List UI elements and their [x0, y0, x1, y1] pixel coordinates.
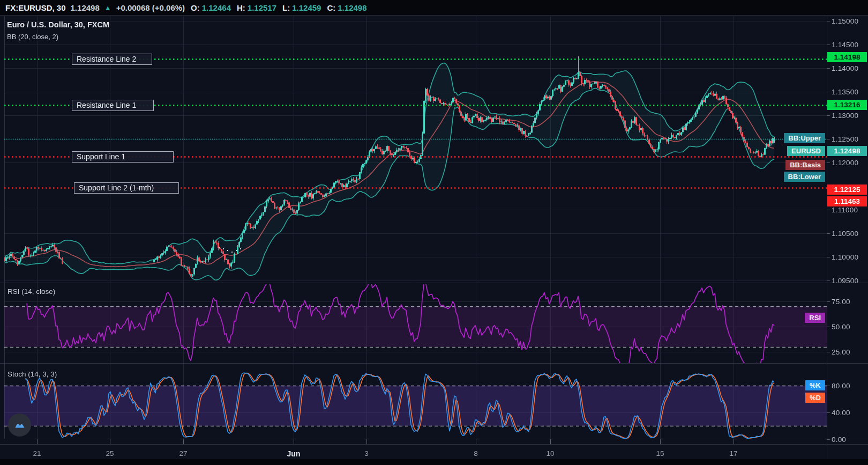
- bb-upper-badge: BB:Upper: [784, 133, 825, 143]
- low-value: 1.12459: [292, 3, 321, 12]
- rsi-tick-label: 50.00: [832, 323, 850, 331]
- rsi-pane-legend[interactable]: RSI (14, close): [8, 287, 55, 296]
- price-tick-label: 1.14000: [832, 64, 858, 72]
- time-axis-scale[interactable]: [0, 444, 827, 460]
- chart-window: FX:EURUSD, 30 1.12498 ▲ +0.00068 (+0.06%…: [0, 0, 868, 465]
- price-tick-label: 1.11000: [832, 206, 858, 214]
- watermark-logo-button[interactable]: [8, 414, 31, 437]
- support-line-1-label[interactable]: Support Line 1: [72, 151, 174, 163]
- price-tick-label: 1.10000: [832, 253, 858, 261]
- resistance-line-1-label[interactable]: Resistance Line 1: [72, 100, 154, 111]
- stoch-tick-label: 80.00: [832, 382, 850, 390]
- close-value: 1.12498: [338, 3, 366, 12]
- main-pane-legend: Euro / U.S. Dollar, 30, FXCM BB (20, clo…: [7, 20, 109, 41]
- last-price: 1.12498: [71, 3, 100, 12]
- low-label: L:: [282, 3, 290, 12]
- stoch-d-badge: %D: [805, 393, 825, 403]
- eurusd-price-label-badge: EURUSD: [787, 146, 825, 156]
- symbol-info-bar: FX:EURUSD, 30 1.12498 ▲ +0.00068 (+0.06%…: [0, 0, 868, 16]
- rsi-tick-label: 75.00: [832, 298, 850, 306]
- time-tick-label: 8: [474, 449, 478, 457]
- price-tick-label: 1.13000: [832, 112, 858, 120]
- high-value: 1.12517: [248, 3, 276, 12]
- time-tick-label: 25: [106, 449, 114, 457]
- mountain-chart-icon: [13, 419, 26, 432]
- stoch-pane-legend[interactable]: Stoch (14, 3, 3): [8, 370, 57, 378]
- time-tick-label: 15: [656, 449, 664, 457]
- support-line-2-label[interactable]: Support Line 2 (1-mth): [74, 182, 179, 194]
- price-tick-label: 1.13500: [832, 88, 858, 96]
- price-tick-label: 1.12500: [832, 135, 858, 143]
- resistance-2-price-badge: 1.14198: [827, 52, 867, 62]
- stoch-k-badge: %K: [805, 380, 825, 390]
- stoch-tick-label: 0.00: [832, 436, 846, 444]
- high-label: H:: [237, 3, 245, 12]
- time-tick-label: Jun: [287, 449, 301, 458]
- time-tick-label: 10: [546, 449, 554, 457]
- support-1-price-badge: 1.12125: [827, 184, 867, 195]
- time-tick-label: 27: [179, 449, 187, 457]
- symbol-legend[interactable]: Euro / U.S. Dollar, 30, FXCM: [7, 20, 109, 29]
- rsi-tick-label: 25.00: [832, 348, 850, 356]
- price-tick-label: 1.09500: [832, 277, 858, 285]
- symbol-name[interactable]: FX:EURUSD, 30: [5, 3, 66, 12]
- price-tick-label: 1.12000: [832, 159, 858, 167]
- up-arrow-icon: ▲: [104, 4, 111, 12]
- bb-basis-badge: BB:Basis: [785, 160, 825, 170]
- bb-indicator-legend[interactable]: BB (20, close, 2): [7, 33, 109, 41]
- time-tick-label: 17: [729, 449, 737, 457]
- open-label: O:: [191, 3, 200, 12]
- close-label: C:: [327, 3, 335, 12]
- time-tick-label: 3: [364, 449, 369, 457]
- price-tick-label: 1.14500: [832, 41, 858, 49]
- open-value: 1.12464: [202, 3, 231, 12]
- price-tick-label: 1.10500: [832, 230, 858, 238]
- chart-canvas[interactable]: [0, 0, 868, 465]
- bb-lower-badge: BB:Lower: [784, 172, 825, 182]
- time-tick-label: 21: [33, 449, 41, 457]
- support-2-price-badge: 1.11463: [827, 196, 867, 206]
- rsi-badge: RSI: [805, 313, 825, 323]
- resistance-1-price-badge: 1.13216: [827, 100, 867, 110]
- resistance-line-2-label[interactable]: Resistance Line 2: [72, 54, 152, 65]
- price-tick-label: 1.15000: [832, 17, 858, 25]
- price-change: +0.00068 (+0.06%): [116, 3, 185, 12]
- stoch-tick-label: 40.00: [832, 409, 850, 417]
- current-price-badge: 1.12498: [827, 146, 867, 156]
